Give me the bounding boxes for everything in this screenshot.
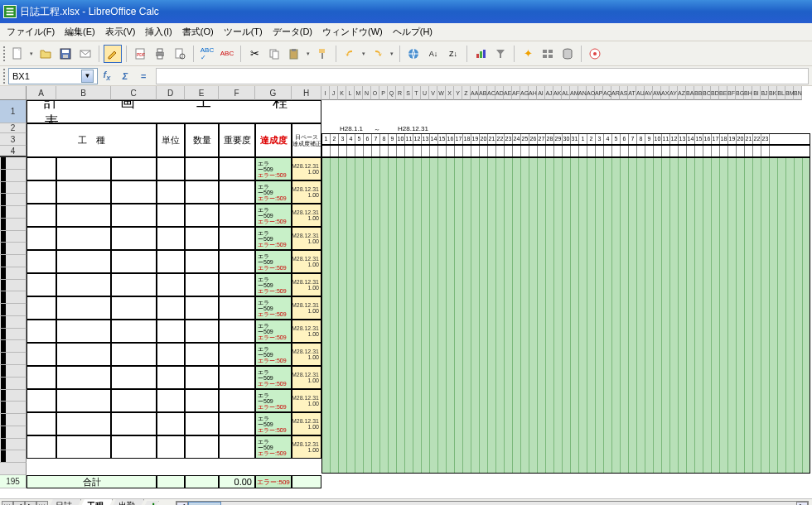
colhead-BC[interactable]: BC — [703, 86, 711, 100]
empty-cell[interactable] — [27, 343, 56, 366]
hyperlink-button[interactable] — [404, 45, 423, 63]
error-cell[interactable]: エラー509エラー:509 — [255, 204, 292, 227]
date-cell[interactable]: M28.12.311.00 — [292, 157, 321, 180]
empty-cell[interactable] — [56, 227, 111, 250]
menu-help[interactable]: ヘルプ(H) — [388, 24, 437, 40]
error-cell[interactable]: エラー509エラー:509 — [255, 435, 292, 459]
colhead-AO[interactable]: AO — [587, 86, 595, 100]
menu-tools[interactable]: ツール(T) — [219, 24, 268, 40]
empty-cell[interactable] — [27, 250, 56, 273]
empty-cell[interactable] — [219, 180, 255, 204]
rowhead-hidden[interactable] — [0, 291, 27, 304]
colhead-AM[interactable]: AM — [570, 86, 578, 100]
formula-grip[interactable] — [3, 69, 7, 84]
colhead-AE[interactable]: AE — [504, 86, 512, 100]
colhead-AI[interactable]: AI — [537, 86, 545, 100]
empty-cell[interactable] — [157, 412, 185, 435]
empty-cell[interactable] — [27, 296, 56, 320]
empty-cell[interactable] — [219, 435, 255, 459]
empty-cell[interactable] — [56, 204, 111, 227]
empty-cell[interactable] — [111, 227, 157, 250]
empty-cell[interactable] — [185, 389, 219, 412]
menu-edit[interactable]: 編集(E) — [60, 24, 100, 40]
colhead-K[interactable]: K — [338, 86, 346, 100]
empty-cell[interactable] — [157, 227, 185, 250]
colhead-BJ[interactable]: BJ — [761, 86, 769, 100]
gantt-day-header-2[interactable] — [321, 145, 810, 157]
empty-cell[interactable] — [111, 250, 157, 273]
empty-cell[interactable] — [157, 204, 185, 227]
colhead-M[interactable]: M — [355, 86, 363, 100]
total-label[interactable]: 合計 — [27, 475, 157, 488]
tab-last-button[interactable]: ⏭ — [36, 501, 48, 506]
empty-cell[interactable] — [157, 157, 185, 180]
date-cell[interactable]: M28.12.311.00 — [292, 343, 321, 366]
empty-cell[interactable] — [27, 366, 56, 389]
empty-cell[interactable] — [27, 157, 56, 180]
rowhead-hidden[interactable] — [0, 157, 27, 170]
hscroll-right-icon[interactable]: ▶ — [796, 502, 808, 506]
colhead-G[interactable]: G — [255, 86, 292, 100]
empty-cell[interactable] — [111, 296, 157, 320]
colhead-BL[interactable]: BL — [777, 86, 785, 100]
hscroll-left-icon[interactable]: ◀ — [176, 502, 188, 506]
undo-button[interactable] — [341, 45, 359, 63]
email-button[interactable] — [76, 45, 94, 63]
redo-button[interactable] — [369, 45, 387, 63]
colhead-BN[interactable]: BN — [794, 86, 802, 100]
sheet-tab-nisshi[interactable]: 日誌 — [46, 499, 81, 505]
error-cell[interactable]: エラー509エラー:509 — [255, 296, 292, 320]
rowhead-hidden[interactable] — [0, 365, 27, 378]
colhead-J[interactable]: J — [330, 86, 338, 100]
empty-cell[interactable] — [56, 366, 111, 389]
rowhead-4[interactable]: 4 — [0, 146, 27, 157]
empty-cell[interactable] — [219, 366, 255, 389]
colhead-AP[interactable]: AP — [595, 86, 603, 100]
gantt-day-header[interactable]: 1234567891011121314151617181920212223242… — [321, 133, 810, 145]
empty-cell[interactable] — [157, 296, 185, 320]
colhead-AU[interactable]: AU — [636, 86, 645, 100]
hdr-tassei[interactable]: 達成度 — [255, 123, 292, 157]
empty-cell[interactable] — [157, 320, 185, 343]
tab-first-button[interactable]: ⏮ — [2, 501, 13, 506]
format-paint-button[interactable] — [313, 45, 331, 63]
select-all-corner[interactable] — [0, 86, 27, 100]
colhead-F[interactable]: F — [219, 86, 255, 100]
error-cell[interactable]: エラー509エラー:509 — [255, 366, 292, 389]
rowhead-hidden[interactable] — [0, 390, 27, 402]
colhead-C[interactable]: C — [111, 86, 157, 100]
empty-cell[interactable] — [157, 180, 185, 204]
hdr-juuyoudo[interactable]: 重要度 — [219, 123, 255, 157]
rowhead-hidden[interactable] — [0, 329, 27, 341]
empty-cell[interactable] — [185, 204, 219, 227]
empty-cell[interactable] — [111, 412, 157, 435]
menu-view[interactable]: 表示(V) — [100, 24, 141, 40]
colhead-S[interactable]: S — [404, 86, 413, 100]
colhead-Y[interactable]: Y — [454, 86, 462, 100]
empty-cell[interactable] — [56, 157, 111, 180]
chart-button[interactable] — [471, 45, 490, 63]
rowhead-hidden[interactable] — [0, 439, 27, 451]
colhead-AA[interactable]: AA — [471, 86, 479, 100]
menu-file[interactable]: ファイル(F) — [2, 24, 60, 40]
date-cell[interactable]: M28.12.311.00 — [292, 389, 321, 412]
help-button[interactable] — [586, 45, 604, 63]
empty-cell[interactable] — [219, 389, 255, 412]
rowhead-hidden[interactable] — [0, 353, 27, 365]
empty-cell[interactable] — [219, 204, 255, 227]
rowhead-hidden[interactable] — [0, 463, 27, 475]
empty-cell[interactable] — [111, 180, 157, 204]
empty-cell[interactable] — [111, 273, 157, 296]
open-button[interactable] — [36, 45, 55, 63]
empty-cell[interactable] — [111, 157, 157, 180]
empty-cell[interactable] — [56, 343, 111, 366]
colhead-AW[interactable]: AW — [653, 86, 661, 100]
empty-cell[interactable] — [219, 412, 255, 435]
paste-dropdown[interactable]: ▾ — [305, 50, 312, 57]
formula-input[interactable] — [156, 68, 809, 84]
equals-button[interactable]: = — [136, 69, 151, 84]
hdr-tani[interactable]: 単位 — [157, 123, 185, 157]
date-cell[interactable]: M28.12.311.00 — [292, 296, 321, 320]
empty-cell[interactable] — [185, 435, 219, 459]
error-cell[interactable]: エラー509エラー:509 — [255, 343, 292, 366]
